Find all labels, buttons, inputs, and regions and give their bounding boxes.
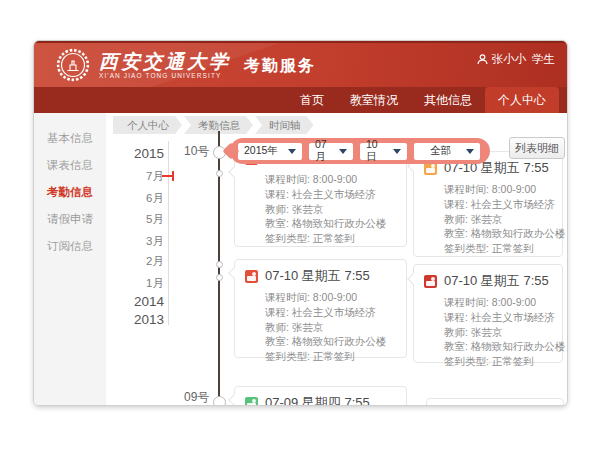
timeline-dot-small-2	[216, 261, 223, 268]
service-title: 考勤服务	[244, 54, 316, 77]
card-tail	[228, 394, 239, 405]
rail-divider	[168, 141, 169, 325]
sidebar: 基本信息 课表信息 考勤信息 请假申请 订阅信息	[34, 113, 106, 405]
list-detail-button[interactable]: 列表明细	[509, 137, 565, 159]
attendance-card-clipped[interactable]: 07-09 星期四 7:55	[234, 386, 407, 406]
sidebar-item-leave-request[interactable]: 请假申请	[34, 206, 106, 233]
sidebar-item-subscription[interactable]: 订阅信息	[34, 233, 106, 260]
day-select-value: 10日	[366, 138, 388, 164]
card-course-time: 课程时间: 8:00-9:00	[444, 295, 552, 310]
user-name: 张小小	[492, 52, 527, 67]
card-course: 课程: 社会主义市场经济	[265, 305, 396, 320]
signin-status-icon	[424, 275, 437, 288]
month-select[interactable]: 07月	[309, 143, 353, 160]
card-classroom: 教室: 格物致知行政办公楼	[265, 216, 396, 231]
year-select[interactable]: 2015年	[238, 143, 302, 160]
breadcrumb: 个人中心 考勤信息 时间轴	[113, 116, 316, 134]
university-brand: 西安交通大学 XI'AN JIAO TONG UNIVERSITY 考勤服务	[56, 48, 316, 82]
rail-month-may[interactable]: 5月	[119, 212, 164, 227]
card-signin-type: 签到类型: 正常签到	[444, 241, 552, 256]
university-seal-icon	[56, 48, 90, 82]
person-icon	[477, 54, 488, 65]
attendance-card[interactable]: 07-10 星期五 7:55 课程时间: 8:00-9:00 课程: 社会主义市…	[413, 151, 563, 257]
type-select[interactable]: 全部	[414, 143, 480, 160]
sidebar-item-attendance[interactable]: 考勤信息	[34, 179, 106, 206]
rail-month-feb[interactable]: 2月	[119, 254, 164, 269]
attendance-card-clipped-empty[interactable]	[426, 398, 564, 406]
date-filter-bubble: 2015年 07月 10日 全部	[230, 138, 490, 164]
rail-month-jul[interactable]: 7月	[119, 169, 164, 184]
attendance-card[interactable]: 07-10 星期五 7:55 课程时间: 8:00-9:00 课程: 社会主义市…	[234, 259, 407, 358]
card-title: 07-10 星期五 7:55	[444, 272, 549, 290]
breadcrumb-timeline[interactable]: 时间轴	[255, 116, 314, 134]
content-area: 基本信息 课表信息 考勤信息 请假申请 订阅信息 个人中心 考勤信息 时间轴 2…	[34, 113, 567, 405]
nav-item-personal-center[interactable]: 个人中心	[485, 87, 559, 113]
nav-item-home[interactable]: 首页	[287, 87, 337, 113]
day-select[interactable]: 10日	[360, 143, 407, 160]
filter-bubble-tail	[223, 143, 240, 160]
day-label-10: 10号	[184, 143, 209, 160]
card-tail	[228, 267, 239, 278]
card-course-time: 课程时间: 8:00-9:00	[265, 172, 396, 187]
rail-month-jun[interactable]: 6月	[119, 191, 164, 206]
timeline-dot-large-bottom	[213, 396, 226, 406]
card-course-time: 课程时间: 8:00-9:00	[265, 290, 396, 305]
app-header: 西安交通大学 XI'AN JIAO TONG UNIVERSITY 考勤服务 张…	[34, 41, 567, 87]
rail-year-2015[interactable]: 2015	[119, 146, 164, 161]
chevron-down-icon	[466, 149, 474, 154]
main-nav: 首页 教室情况 其他信息 个人中心	[34, 87, 567, 113]
month-select-value: 07月	[315, 138, 334, 164]
user-info[interactable]: 张小小 学生	[477, 52, 556, 67]
nav-item-classrooms[interactable]: 教室情况	[337, 87, 411, 113]
university-name-cn: 西安交通大学	[99, 51, 231, 72]
breadcrumb-personal-center[interactable]: 个人中心	[113, 116, 182, 134]
chevron-down-icon	[288, 149, 296, 154]
card-course: 课程: 社会主义市场经济	[444, 197, 552, 212]
signin-status-icon	[245, 270, 258, 283]
card-classroom: 教室: 格物致知行政办公楼	[444, 226, 552, 241]
card-classroom: 教室: 格物致知行政办公楼	[265, 334, 396, 349]
rail-year-2014[interactable]: 2014	[119, 294, 164, 309]
app-window: 西安交通大学 XI'AN JIAO TONG UNIVERSITY 考勤服务 张…	[33, 40, 568, 406]
card-signin-type: 签到类型: 正常签到	[265, 231, 396, 246]
sidebar-item-basic-info[interactable]: 基本信息	[34, 125, 106, 152]
rail-month-mar[interactable]: 3月	[119, 234, 164, 249]
card-course: 课程: 社会主义市场经济	[265, 187, 396, 202]
card-teacher: 教师: 张芸京	[444, 325, 552, 340]
card-title: 07-09 星期四 7:55	[265, 394, 370, 406]
card-tail	[228, 166, 239, 177]
user-role: 学生	[532, 52, 555, 67]
university-name-en: XI'AN JIAO TONG UNIVERSITY	[99, 72, 231, 79]
day-label-09: 09号	[184, 389, 209, 406]
card-course-time: 课程时间: 8:00-9:00	[444, 182, 552, 197]
card-title: 07-10 星期五 7:55	[265, 267, 370, 285]
active-month-marker-tip	[172, 171, 174, 181]
chevron-down-icon	[339, 149, 347, 154]
type-select-value: 全部	[430, 144, 451, 158]
card-tail	[407, 273, 418, 284]
card-signin-type: 签到类型: 正常签到	[265, 349, 396, 364]
card-teacher: 教师: 张芸京	[444, 212, 552, 227]
chevron-down-icon	[393, 149, 401, 154]
rail-month-jan[interactable]: 1月	[119, 276, 164, 291]
card-teacher: 教师: 张芸京	[265, 320, 396, 335]
attendance-card[interactable]: 07-10 星期五 7:55 课程时间: 8:00-9:00 课程: 社会主义市…	[413, 264, 563, 363]
card-classroom: 教室: 格物致知行政办公楼	[444, 339, 552, 354]
nav-item-other-info[interactable]: 其他信息	[411, 87, 485, 113]
rail-year-2013[interactable]: 2013	[119, 312, 164, 327]
card-signin-type: 签到类型: 正常签到	[444, 354, 552, 369]
card-course: 课程: 社会主义市场经济	[444, 310, 552, 325]
timeline-dot-small-1	[216, 170, 223, 177]
signin-status-icon	[245, 397, 258, 407]
card-teacher: 教师: 张芸京	[265, 202, 396, 217]
timeline-dot-small-3	[216, 274, 223, 281]
year-select-value: 2015年	[244, 144, 278, 158]
sidebar-item-schedule[interactable]: 课表信息	[34, 152, 106, 179]
